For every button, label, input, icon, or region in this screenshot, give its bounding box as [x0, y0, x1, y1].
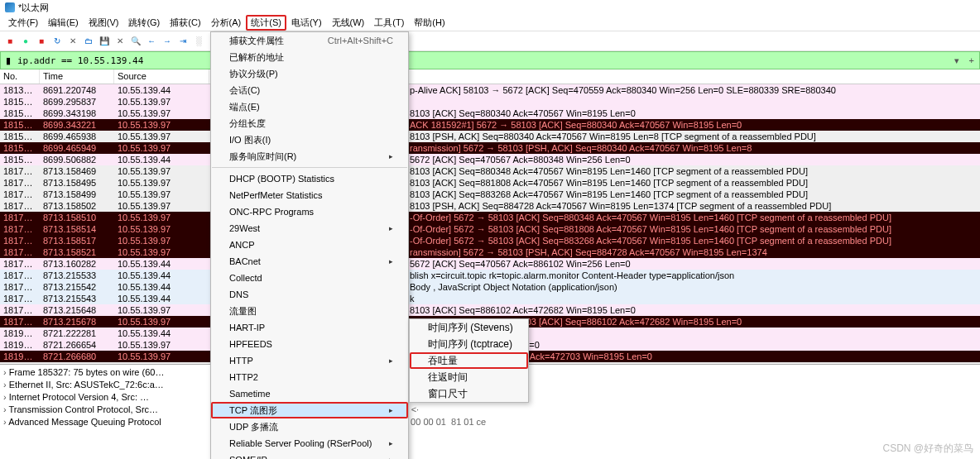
menu-item[interactable]: SOME/IP▸ — [211, 452, 408, 459]
hex-line: 00… 3c 00 ·· ··4j ····· <· — [319, 404, 975, 416]
packet-list-header: No. Time Source — [0, 69, 980, 84]
toolbar-button[interactable]: ░ — [192, 35, 205, 48]
menu-item[interactable]: NetPerfMeter Statistics — [211, 187, 408, 203]
menu-item[interactable]: 电话(Y) — [286, 15, 327, 31]
packet-row[interactable]: 1815…8699.29583710.55.139.97 — [0, 96, 980, 108]
packet-row[interactable]: 1817…8713.16028210.55.139.445672 [ACK] S… — [0, 258, 980, 270]
menu-item[interactable]: DNS — [211, 286, 408, 303]
menu-item[interactable]: 分组长度 — [211, 115, 408, 131]
menubar[interactable]: 文件(F)编辑(E)视图(V)跳转(G)捕获(C)分析(A)统计(S)电话(Y)… — [0, 15, 980, 31]
submenu-item[interactable]: 往返时间 — [410, 369, 528, 385]
menu-item[interactable]: HTTP▸ — [211, 352, 408, 369]
menu-item[interactable]: BACnet▸ — [211, 253, 408, 270]
toolbar-button[interactable]: 🔍 — [129, 35, 142, 48]
packet-row[interactable]: 1815…8699.46594910.55.139.97ransmission]… — [0, 142, 980, 154]
packet-row[interactable]: 1815…8699.34322110.55.139.97ACK 181592#1… — [0, 119, 980, 131]
menu-item[interactable]: 视图(V) — [84, 15, 124, 31]
packet-row[interactable]: 1815…8699.50688210.55.139.445672 [ACK] S… — [0, 154, 980, 165]
menu-item[interactable]: 端点(E) — [211, 98, 408, 115]
display-filter-bar[interactable]: ▮ ▾ + — [0, 51, 980, 69]
menu-item[interactable]: UDP 多播流 — [211, 418, 408, 435]
window-title: *以太网 — [18, 2, 49, 14]
menu-item[interactable]: TCP 流图形▸ — [211, 402, 408, 418]
packet-row[interactable]: 1817…8713.15852110.55.139.97ransmission]… — [0, 246, 980, 258]
menu-item[interactable]: HART-IP — [211, 319, 408, 336]
menu-item[interactable]: 协议分级(P) — [211, 65, 408, 82]
menu-item[interactable]: 跳转(G) — [123, 15, 165, 31]
packet-row[interactable]: 1813…8691.22074810.55.139.44p-Alive ACK]… — [0, 84, 980, 96]
toolbar-button[interactable]: ● — [19, 35, 32, 48]
menu-item[interactable]: ANCP — [211, 237, 408, 253]
menu-item[interactable]: 文件(F) — [3, 15, 43, 31]
menu-item[interactable]: 29West▸ — [211, 220, 408, 237]
packet-row[interactable]: 1817…8713.21554310.55.139.44k — [0, 293, 980, 304]
toolbar-button[interactable]: ■ — [3, 35, 17, 48]
display-filter-input[interactable] — [16, 54, 949, 68]
menu-item[interactable]: Collectd — [211, 270, 408, 286]
packet-row[interactable]: 1815…8699.46593810.55.139.978103 [PSH, A… — [0, 131, 980, 142]
packet-row[interactable]: 1817…8713.15851010.55.139.97-Of-Order] 5… — [0, 212, 980, 223]
toolbar-button[interactable]: 🗀 — [82, 35, 95, 48]
packet-row[interactable]: 1817…8713.15851410.55.139.97-Of-Order] 5… — [0, 223, 980, 235]
menu-item[interactable]: 会话(C) — [211, 82, 408, 98]
toolbar-button[interactable]: ■ — [35, 35, 48, 48]
titlebar: *以太网 — [0, 0, 980, 15]
packet-row[interactable]: 1817…8713.15850210.55.139.978103 [PSH, A… — [0, 200, 980, 212]
menu-item[interactable]: 流量图 — [211, 303, 408, 319]
col-no[interactable]: No. — [0, 69, 40, 84]
menu-item[interactable]: 工具(T) — [369, 15, 409, 31]
packet-row[interactable]: 1817…8713.15851710.55.139.97-Of-Order] 5… — [0, 235, 980, 246]
menu-item[interactable]: 无线(W) — [327, 15, 370, 31]
toolbar-button[interactable]: ← — [145, 35, 158, 48]
packet-row[interactable]: 1817…8713.21553310.55.139.44blish x=circ… — [0, 270, 980, 281]
packet-row[interactable]: 1817…8713.15849510.55.139.978103 [ACK] S… — [0, 177, 980, 189]
packet-row[interactable]: 1817…8713.15846910.55.139.978103 [ACK] S… — [0, 165, 980, 177]
toolbar-button[interactable]: ⇥ — [176, 35, 190, 48]
toolbar-button[interactable]: ✕ — [113, 35, 127, 48]
app-icon — [5, 2, 15, 12]
submenu-item[interactable]: 窗口尺寸 — [410, 385, 528, 402]
tcp-stream-submenu[interactable]: 时间序列 (Stevens)时间序列 (tcptrace)吞吐量往返时间窗口尺寸 — [409, 318, 529, 403]
menu-item[interactable]: Reliable Server Pooling (RSerPool)▸ — [211, 435, 408, 452]
main-toolbar: ■●■↻✕🗀💾✕🔍←→⇥░⊕⊖⊜▦▤▥▦ — [0, 31, 980, 51]
col-time[interactable]: Time — [40, 69, 114, 84]
bookmark-icon[interactable]: ▮ — [1, 55, 16, 66]
packet-row[interactable]: 1817…8713.21554210.55.139.44Body , JavaS… — [0, 281, 980, 293]
packet-row[interactable]: 1817…8713.15849910.55.139.978103 [ACK] S… — [0, 189, 980, 200]
menu-item[interactable]: 已解析的地址 — [211, 49, 408, 65]
col-source[interactable]: Source — [114, 69, 209, 84]
toolbar-button[interactable]: 💾 — [98, 35, 111, 48]
submenu-item[interactable]: 时间序列 (Stevens) — [410, 319, 528, 336]
menu-item[interactable]: HPFEEDS — [211, 336, 408, 352]
watermark: CSDN @好奇的菜鸟 — [882, 442, 973, 456]
menu-item[interactable]: 统计(S) — [246, 15, 286, 31]
statistics-menu[interactable]: 捕获文件属性Ctrl+Alt+Shift+C已解析的地址协议分级(P)会话(C)… — [210, 31, 409, 459]
menu-item[interactable]: 分析(A) — [206, 15, 247, 31]
menu-item[interactable]: 捕获(C) — [165, 15, 205, 31]
menu-item[interactable]: ONC-RPC Programs — [211, 203, 408, 220]
menu-item[interactable]: I/O 图表(I) — [211, 131, 408, 148]
packet-row[interactable]: 1815…8699.34319810.55.139.978103 [ACK] S… — [0, 108, 980, 119]
toolbar-button[interactable]: ↻ — [50, 35, 64, 48]
toolbar-button[interactable]: → — [161, 35, 174, 48]
menu-item[interactable]: HTTP2 — [211, 369, 408, 385]
packet-row[interactable]: 1817…8713.21564810.55.139.978103 [ACK] S… — [0, 304, 980, 316]
menu-item[interactable]: DHCP (BOOTP) Statistics — [211, 170, 408, 187]
dropdown-icon[interactable]: ▾ — [949, 55, 964, 66]
menu-item[interactable]: Sametime — [211, 385, 408, 402]
hex-line: 0040 50 00 00 00 00 00 00 01 81 01 ce — [319, 416, 975, 428]
toolbar-button[interactable]: ✕ — [66, 35, 79, 48]
submenu-item[interactable]: 时间序列 (tcptrace) — [410, 336, 528, 352]
menu-item[interactable]: 编辑(E) — [43, 15, 84, 31]
menu-item[interactable]: 服务响应时间(R)▸ — [211, 148, 408, 165]
menu-item[interactable]: 帮助(H) — [409, 15, 449, 31]
add-icon[interactable]: + — [964, 55, 979, 65]
menu-item[interactable]: 捕获文件属性Ctrl+Alt+Shift+C — [211, 32, 408, 49]
submenu-item[interactable]: 吞吐量 — [410, 352, 528, 369]
